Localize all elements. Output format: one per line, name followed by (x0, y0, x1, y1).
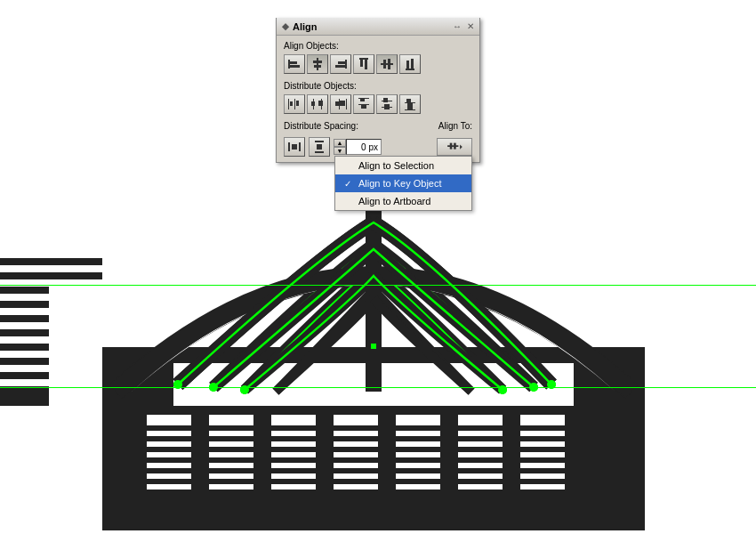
align-to-selection-item[interactable]: Align to Selection (335, 157, 471, 174)
svg-rect-63 (520, 473, 565, 479)
svg-rect-15 (0, 358, 49, 365)
align-to-artboard-item[interactable]: Align to Artboard (335, 192, 471, 210)
svg-rect-24 (271, 415, 316, 425)
svg-rect-132 (299, 142, 301, 151)
svg-rect-105 (406, 61, 409, 69)
svg-rect-67 (334, 484, 378, 490)
svg-rect-66 (271, 484, 316, 490)
svg-rect-39 (334, 441, 378, 447)
svg-rect-51 (209, 463, 253, 468)
dist-bottom-button[interactable] (399, 94, 421, 114)
svg-rect-126 (384, 104, 390, 109)
svg-rect-47 (396, 452, 440, 457)
svg-rect-37 (209, 441, 253, 447)
svg-rect-70 (520, 484, 565, 490)
svg-rect-69 (458, 484, 503, 490)
panel-collapse-button[interactable]: ↔ (453, 21, 462, 31)
distribute-spacing-label: Distribute Spacing: (284, 121, 358, 131)
svg-rect-108 (294, 99, 295, 109)
svg-rect-61 (396, 473, 440, 479)
svg-rect-35 (520, 431, 565, 436)
align-to-artboard-label: Align to Artboard (358, 196, 430, 206)
svg-rect-116 (346, 99, 347, 109)
svg-rect-3 (0, 272, 102, 279)
align-center-v-button[interactable] (376, 54, 398, 74)
svg-rect-138 (450, 143, 453, 150)
svg-rect-121 (360, 99, 365, 101)
svg-rect-93 (313, 61, 322, 63)
spacing-input-group: ▲ ▼ (334, 139, 382, 155)
spin-down-button[interactable]: ▼ (334, 147, 346, 155)
dist-right-button[interactable] (330, 94, 351, 114)
align-left-button[interactable] (284, 54, 305, 74)
align-to-selection-label: Align to Selection (358, 160, 434, 171)
svg-rect-65 (209, 484, 253, 490)
svg-rect-89 (288, 60, 290, 69)
svg-rect-60 (334, 473, 378, 479)
align-panel-icon: ◆ (282, 21, 289, 31)
svg-rect-91 (290, 65, 300, 68)
svg-rect-88 (371, 344, 376, 349)
svg-rect-119 (358, 98, 369, 99)
svg-rect-107 (288, 99, 289, 109)
svg-rect-33 (396, 431, 440, 436)
svg-rect-46 (334, 452, 378, 457)
guide-line-2 (0, 387, 756, 388)
dist-center-h-button[interactable] (307, 94, 328, 114)
align-to-dropdown-button[interactable] (437, 138, 472, 156)
spacing-input[interactable] (346, 139, 382, 155)
svg-rect-10 (0, 326, 49, 329)
panel-close-button[interactable]: ✕ (467, 21, 474, 31)
svg-rect-2 (0, 269, 102, 272)
align-to-key-object-item[interactable]: ✓ Align to Key Object (335, 174, 471, 192)
svg-rect-32 (334, 431, 378, 436)
svg-rect-135 (315, 151, 324, 153)
spin-up-button[interactable]: ▲ (334, 139, 346, 147)
spin-buttons: ▲ ▼ (334, 139, 346, 155)
svg-rect-129 (406, 99, 411, 102)
svg-rect-53 (334, 463, 378, 468)
svg-rect-38 (271, 441, 316, 447)
svg-rect-16 (0, 368, 49, 372)
svg-rect-23 (209, 415, 253, 425)
svg-rect-45 (271, 452, 316, 457)
align-center-h-button[interactable] (307, 54, 328, 74)
svg-rect-130 (407, 103, 413, 109)
align-to-key-object-label: Align to Key Object (358, 178, 442, 189)
svg-rect-6 (0, 297, 49, 301)
svg-rect-5 (0, 287, 49, 294)
svg-rect-12 (0, 340, 49, 344)
dist-left-button[interactable] (284, 94, 305, 114)
svg-rect-7 (0, 301, 49, 308)
align-objects-label: Align Objects: (284, 41, 472, 51)
svg-rect-118 (340, 101, 345, 106)
svg-rect-96 (338, 61, 345, 64)
svg-rect-95 (345, 60, 347, 69)
svg-rect-1 (0, 258, 102, 265)
dist-center-v-button[interactable] (376, 94, 398, 114)
svg-rect-44 (209, 452, 253, 457)
svg-rect-98 (359, 58, 368, 60)
key-object-checkmark: ✓ (344, 179, 355, 189)
svg-rect-54 (396, 463, 440, 468)
align-top-button[interactable] (353, 54, 374, 74)
svg-rect-92 (317, 58, 318, 70)
svg-rect-115 (339, 99, 340, 109)
panel-controls: ↔ ✕ (453, 21, 474, 31)
align-bottom-button[interactable] (399, 54, 421, 74)
svg-rect-106 (411, 59, 414, 69)
svg-rect-94 (314, 65, 321, 68)
dist-space-h-button[interactable] (284, 137, 305, 157)
svg-rect-117 (335, 101, 339, 106)
distribute-objects-buttons (284, 94, 472, 114)
dist-top-button[interactable] (353, 94, 374, 114)
dist-space-v-button[interactable] (309, 137, 330, 157)
align-to-section: Align to Selection ✓ Align to Key Object… (437, 138, 472, 156)
svg-rect-122 (361, 105, 366, 109)
svg-rect-68 (396, 484, 440, 490)
svg-rect-19 (0, 386, 49, 406)
svg-rect-28 (520, 415, 565, 425)
svg-rect-20 (102, 495, 645, 530)
svg-rect-29 (147, 431, 191, 436)
align-right-button[interactable] (330, 54, 351, 74)
